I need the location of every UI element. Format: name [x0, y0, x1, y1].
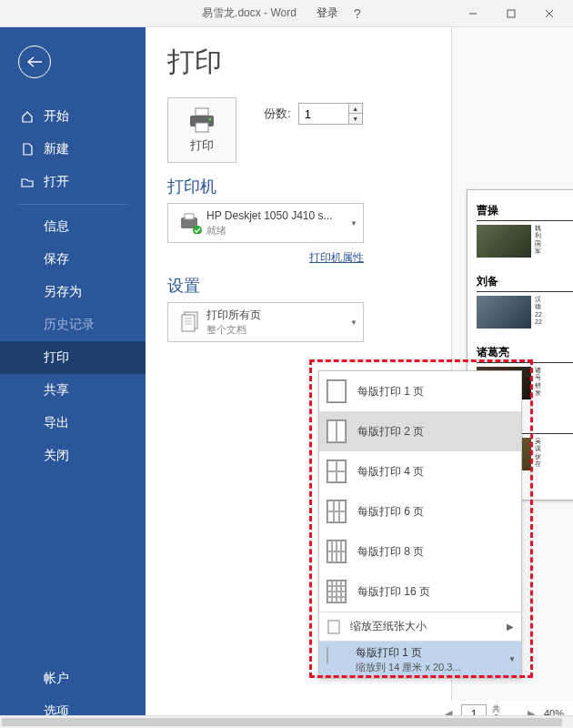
home-icon: [20, 109, 35, 124]
preview-image: [477, 296, 531, 329]
nav-save[interactable]: 保存: [0, 243, 146, 276]
pps-option-4[interactable]: 每版打印 4 页: [319, 451, 521, 491]
nav-label: 打印: [44, 349, 69, 366]
copies-down-button[interactable]: ▼: [349, 114, 362, 124]
window-minimize-button[interactable]: [455, 1, 491, 26]
nav-label: 帐户: [44, 671, 69, 687]
nav-label: 新建: [44, 141, 69, 157]
document-title: 易雪龙.docx - Word: [202, 5, 297, 21]
folder-open-icon: [20, 175, 35, 189]
pps-current-title: 每版打印 1 页: [356, 646, 461, 661]
scale-to-paper-submenu[interactable]: 缩放至纸张大小 ▶: [319, 612, 521, 641]
print-pane: 打印 打印 份数: ▲ ▼: [146, 27, 573, 728]
nav-export[interactable]: 导出: [0, 407, 146, 440]
chevron-right-icon: ▶: [507, 622, 514, 632]
copies-up-button[interactable]: ▲: [349, 104, 362, 114]
svg-rect-12: [182, 315, 195, 331]
svg-rect-4: [196, 108, 208, 116]
pps-label: 每版打印 4 页: [357, 464, 424, 480]
arrow-left-icon: [26, 56, 43, 68]
preview-heading: 刘备: [477, 274, 573, 292]
copies-label: 份数:: [264, 106, 291, 122]
svg-point-7: [209, 118, 212, 121]
pages-icon: [174, 310, 206, 334]
chevron-down-icon: ▼: [350, 318, 357, 327]
preview-heading: 诸葛亮: [477, 345, 573, 363]
nav-share[interactable]: 共享: [0, 374, 146, 407]
pps-option-2[interactable]: 每版打印 2 页: [319, 411, 521, 451]
pps-label: 每版打印 6 页: [357, 504, 424, 520]
login-link[interactable]: 登录: [317, 5, 338, 21]
pps-option-8[interactable]: 每版打印 8 页: [319, 531, 521, 571]
nav-label: 开始: [44, 108, 69, 125]
page-scale-icon: [327, 619, 341, 635]
titlebar: 易雪龙.docx - Word 登录 ?: [0, 0, 573, 27]
nav-label: 信息: [44, 218, 69, 235]
window-close-button[interactable]: [531, 1, 568, 26]
nav-new[interactable]: 新建: [0, 133, 146, 166]
scale-label: 缩放至纸张大小: [350, 619, 427, 634]
pps-current-sub: 缩放到 14 厘米 x 20.3...: [356, 661, 461, 673]
scrollbar-thumb[interactable]: [2, 718, 562, 726]
nav-close[interactable]: 关闭: [0, 440, 146, 472]
pps-label: 每版打印 8 页: [357, 544, 424, 560]
pps-option-16[interactable]: 每版打印 16 页: [319, 571, 521, 612]
pps-label: 每版打印 1 页: [357, 384, 424, 399]
pps-current-selection[interactable]: 每版打印 1 页 缩放到 14 厘米 x 20.3... ▼: [319, 641, 521, 678]
nav-label: 导出: [44, 415, 69, 431]
nav-label: 共享: [44, 382, 69, 399]
printer-name: HP Deskjet 1050 J410 s...: [206, 209, 350, 224]
pps-label: 每版打印 16 页: [357, 584, 430, 600]
print-range-sub: 整个文档: [206, 323, 350, 336]
chevron-down-icon: ▼: [350, 219, 357, 228]
pps-label: 每版打印 2 页: [357, 424, 424, 440]
backstage-sidebar: 开始 新建 打开 信息 保存 另存为 历史记录 打印 共享 导出 关闭 帐户 选…: [0, 27, 146, 728]
print-button-label: 打印: [190, 137, 214, 154]
print-button[interactable]: 打印: [167, 97, 236, 163]
window-maximize-button[interactable]: [493, 1, 529, 26]
document-icon: [20, 142, 35, 157]
printer-properties-link[interactable]: 打印机属性: [309, 251, 364, 264]
nav-label: 打开: [44, 174, 69, 190]
nav-info[interactable]: 信息: [0, 210, 146, 243]
print-range-title: 打印所有页: [206, 308, 350, 323]
nav-start[interactable]: 开始: [0, 100, 146, 133]
printer-status-icon: [174, 212, 206, 234]
nav-label: 历史记录: [44, 317, 95, 333]
nav-print[interactable]: 打印: [0, 341, 146, 374]
nav-label: 关闭: [44, 448, 69, 464]
svg-rect-9: [185, 214, 194, 219]
print-range-selector[interactable]: 打印所有页 整个文档 ▼: [167, 302, 364, 342]
copies-input[interactable]: [298, 103, 349, 125]
nav-account[interactable]: 帐户: [0, 662, 146, 695]
nav-label: 另存为: [44, 284, 82, 300]
back-button[interactable]: [18, 46, 51, 78]
pages-per-sheet-menu: 每版打印 1 页 每版打印 2 页 每版打印 4 页 每版打印 6 页 每版打印…: [318, 370, 522, 679]
svg-rect-1: [508, 10, 515, 17]
printer-status: 就绪: [206, 224, 350, 237]
pps-option-1[interactable]: 每版打印 1 页: [319, 371, 521, 411]
preview-heading: 曹操: [477, 203, 573, 221]
horizontal-scrollbar[interactable]: [0, 715, 573, 728]
nav-open[interactable]: 打开: [0, 166, 146, 198]
pps-option-6[interactable]: 每版打印 6 页: [319, 491, 521, 531]
nav-label: 保存: [44, 251, 69, 268]
nav-history: 历史记录: [0, 308, 146, 341]
printer-icon: [186, 106, 217, 134]
chevron-down-icon: ▼: [508, 655, 516, 663]
help-icon[interactable]: ?: [344, 6, 371, 21]
nav-saveas[interactable]: 另存为: [0, 276, 146, 308]
printer-selector[interactable]: HP Deskjet 1050 J410 s... 就绪 ▼: [167, 203, 364, 243]
svg-rect-16: [328, 621, 339, 633]
preview-image: [477, 225, 531, 258]
svg-rect-6: [196, 123, 208, 132]
